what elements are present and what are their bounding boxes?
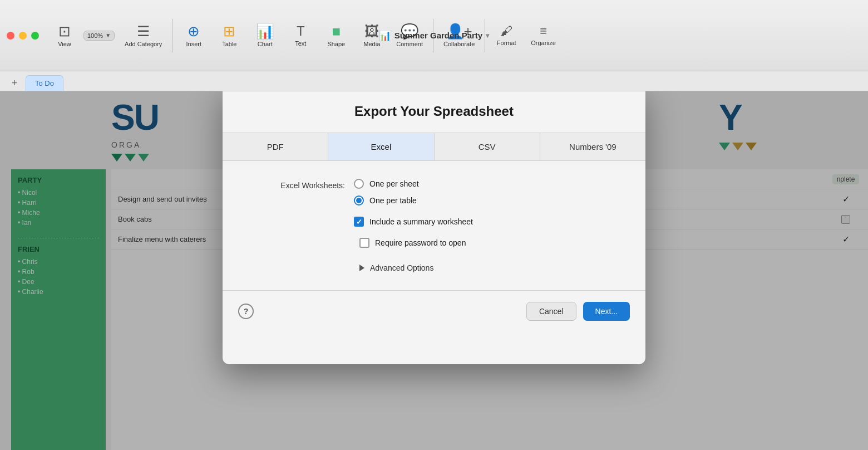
title-text: Summer Garden Party <box>394 31 482 40</box>
add-sheet-button[interactable]: + <box>7 75 22 91</box>
format-label: Format <box>497 40 516 46</box>
password-row: Require password to open <box>245 238 623 248</box>
text-button[interactable]: T Text <box>284 21 317 50</box>
close-button[interactable] <box>7 32 14 40</box>
modal-title: Export Your Spreadsheet <box>223 91 645 133</box>
advanced-options-triangle-icon <box>359 265 364 271</box>
sheet-tab-todo[interactable]: To Do <box>26 75 63 91</box>
add-category-button[interactable]: ☰ Add Category <box>119 21 167 51</box>
toolbar: ⊡ View 100% ▼ ☰ Add Category ⊕ Insert ⊞ … <box>0 0 868 71</box>
password-label: Require password to open <box>375 238 466 247</box>
toolbar-divider-1 <box>172 19 172 52</box>
tab-csv-label: CSV <box>479 142 496 151</box>
text-icon: T <box>297 25 305 38</box>
table-label: Table <box>222 41 236 47</box>
zoom-chevron-icon: ▼ <box>105 32 111 38</box>
media-label: Media <box>363 41 380 47</box>
insert-button[interactable]: ⊕ Insert <box>177 21 210 51</box>
radio-label-table: One per table <box>369 196 417 205</box>
modal-overlay: Export Your Spreadsheet PDF Excel CSV Nu… <box>0 91 868 450</box>
window-title: 📊 Summer Garden Party ▾ <box>379 30 489 42</box>
organize-button[interactable]: ≡ Organize <box>525 22 561 50</box>
tab-numbers09[interactable]: Numbers '09 <box>540 133 645 160</box>
export-modal: Export Your Spreadsheet PDF Excel CSV Nu… <box>223 91 645 364</box>
summary-worksheet-checkbox[interactable]: ✓ Include a summary worksheet <box>354 217 623 227</box>
add-category-icon: ☰ <box>137 24 150 38</box>
add-category-label: Add Category <box>125 41 162 47</box>
help-button[interactable]: ? <box>238 304 254 319</box>
radio-circle-sheet <box>354 179 364 189</box>
shape-button[interactable]: ■ Shape <box>319 21 353 51</box>
footer-actions: Cancel Next... <box>526 302 630 321</box>
radio-label-sheet: One per sheet <box>369 179 419 188</box>
sheet-tab-label: To Do <box>35 79 54 87</box>
zoom-value: 100% <box>87 32 103 39</box>
password-checkbox-box[interactable] <box>359 238 369 248</box>
media-icon: 🖼 <box>364 24 379 38</box>
insert-icon: ⊕ <box>188 24 200 38</box>
format-button[interactable]: 🖌 Format <box>490 22 523 50</box>
chart-button[interactable]: 📊 Chart <box>248 21 282 51</box>
tab-pdf-label: PDF <box>267 142 284 151</box>
sheet-tabs: + To Do <box>0 71 868 91</box>
next-button[interactable]: Next... <box>583 302 630 321</box>
cancel-button[interactable]: Cancel <box>526 302 576 321</box>
insert-label: Insert <box>186 41 202 47</box>
add-sheet-icon: + <box>12 77 18 89</box>
view-label: View <box>58 41 71 47</box>
minimize-button[interactable] <box>19 32 27 40</box>
view-icon: ⊡ <box>58 24 71 38</box>
table-button[interactable]: ⊞ Table <box>213 21 246 51</box>
excel-worksheets-label: Excel Worksheets: <box>245 179 345 190</box>
window-controls <box>7 32 39 40</box>
view-button[interactable]: ⊡ View <box>48 21 81 51</box>
format-icon: 🖌 <box>500 25 512 37</box>
tab-csv[interactable]: CSV <box>435 133 540 160</box>
summary-checkbox-label: Include a summary worksheet <box>369 217 473 226</box>
chart-icon: 📊 <box>256 24 274 38</box>
shape-icon: ■ <box>332 24 341 38</box>
modal-footer: ? Cancel Next... <box>223 290 645 332</box>
help-icon: ? <box>244 307 249 316</box>
radio-one-per-table[interactable]: One per table <box>354 195 419 206</box>
maximize-button[interactable] <box>31 32 39 40</box>
radio-one-per-sheet[interactable]: One per sheet <box>354 179 419 189</box>
title-chart-icon: 📊 <box>379 30 391 42</box>
tab-numbers09-label: Numbers '09 <box>569 142 617 151</box>
radio-circle-table <box>354 195 364 206</box>
tab-pdf[interactable]: PDF <box>223 133 328 160</box>
summary-check-icon: ✓ <box>356 218 362 226</box>
modal-body: Excel Worksheets: One per sheet One per … <box>223 161 645 290</box>
radio-group-worksheets: One per sheet One per table <box>354 179 419 206</box>
shape-label: Shape <box>327 41 345 47</box>
organize-label: Organize <box>531 40 556 46</box>
excel-worksheets-row: Excel Worksheets: One per sheet One per … <box>245 179 623 206</box>
chart-label: Chart <box>258 41 273 47</box>
zoom-control[interactable]: 100% ▼ <box>83 31 115 41</box>
main-content-area: PARTY • Nicol • Harri • Miche • Ian FRIE… <box>0 91 868 450</box>
text-label: Text <box>295 40 306 47</box>
table-icon: ⊞ <box>223 24 235 38</box>
tab-excel[interactable]: Excel <box>328 133 434 160</box>
title-chevron-icon: ▾ <box>486 32 489 40</box>
advanced-options-row[interactable]: Advanced Options <box>245 263 623 272</box>
modal-tabs: PDF Excel CSV Numbers '09 <box>223 133 645 161</box>
tab-excel-label: Excel <box>371 142 392 151</box>
organize-icon: ≡ <box>540 25 547 37</box>
summary-checkbox-box: ✓ <box>354 217 364 227</box>
advanced-options-label: Advanced Options <box>370 263 433 272</box>
